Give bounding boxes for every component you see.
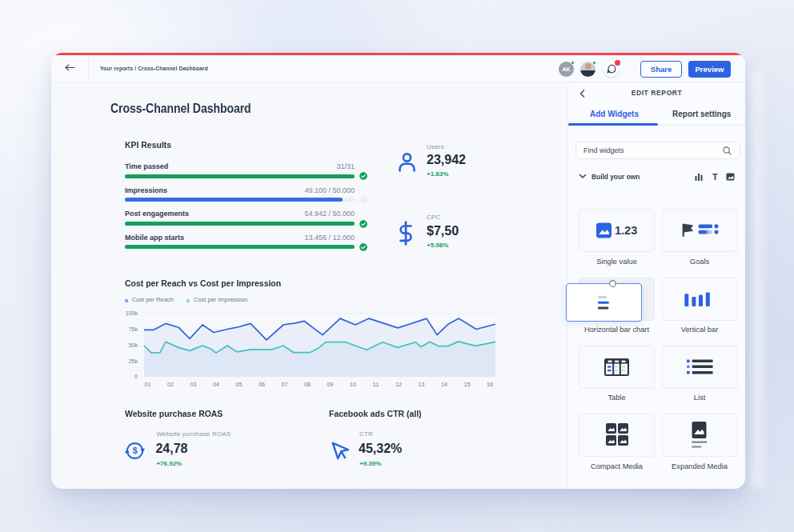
svg-text:15: 15 — [464, 382, 471, 387]
svg-text:100k: 100k — [126, 310, 138, 316]
svg-text:1.23: 1.23 — [615, 224, 637, 237]
svg-text:02: 02 — [167, 382, 174, 387]
svg-text:09: 09 — [327, 382, 334, 387]
svg-text:12: 12 — [395, 382, 402, 387]
svg-text:03: 03 — [190, 382, 197, 387]
svg-text:$: $ — [133, 446, 138, 455]
svg-text:0: 0 — [134, 374, 138, 379]
svg-text:25k: 25k — [129, 358, 138, 364]
svg-text:01: 01 — [145, 382, 151, 387]
svg-text:10: 10 — [350, 382, 356, 387]
svg-text:50k: 50k — [129, 342, 138, 348]
svg-text:16: 16 — [487, 382, 493, 387]
svg-text:07: 07 — [282, 382, 288, 387]
svg-text:14: 14 — [441, 382, 447, 387]
svg-text:13: 13 — [419, 382, 425, 387]
svg-text:06: 06 — [259, 382, 265, 387]
svg-text:11: 11 — [373, 382, 379, 387]
svg-text:75k: 75k — [129, 326, 138, 332]
svg-text:05: 05 — [236, 382, 243, 387]
svg-text:08: 08 — [304, 382, 311, 387]
svg-text:04: 04 — [213, 382, 219, 387]
